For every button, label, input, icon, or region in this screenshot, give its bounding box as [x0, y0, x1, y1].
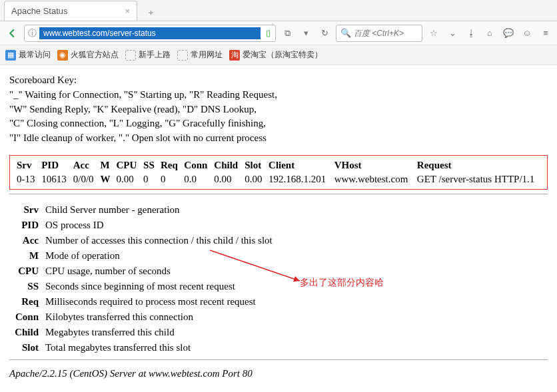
dropdown-icon[interactable]: ▾: [298, 26, 313, 41]
server-footer: Apache/2.2.15 (CentOS) Server at www.web…: [9, 368, 548, 379]
th-cpu: CPU: [113, 158, 141, 172]
th-ss: SS: [141, 158, 158, 172]
divider: [9, 359, 548, 360]
tab-apache-status[interactable]: Apache Status ×: [4, 1, 137, 21]
th-acc: Acc: [71, 158, 98, 172]
th-vhost: VHost: [332, 158, 414, 172]
cell-m: W: [97, 172, 113, 186]
cell-child: 0.00: [211, 172, 242, 186]
th-srv: Srv: [14, 158, 39, 172]
bookmark-label: 最常访问: [19, 49, 51, 61]
def-row: SrvChild Server number - generation: [9, 202, 548, 218]
th-req: Req: [158, 158, 181, 172]
divider: [9, 194, 548, 194]
search-box[interactable]: 🔍: [336, 25, 422, 42]
bookmark-label: 新手上路: [139, 49, 171, 61]
scoreboard-line: "W" Sending Reply, "K" Keepalive (read),…: [9, 102, 548, 117]
page-content: Scoreboard Key: "_" Waiting for Connecti…: [0, 65, 557, 387]
tab-bar: Apache Status × ＋: [0, 0, 557, 21]
scoreboard-line: "_" Waiting for Connection, "S" Starting…: [9, 88, 548, 102]
bookmark-taobao[interactable]: 淘 爱淘宝（原淘宝特卖）: [229, 49, 322, 61]
bookmark-firefox[interactable]: ◉ 火狐官方站点: [57, 49, 119, 61]
cell-cpu: 0.00: [113, 172, 141, 186]
reader-icon[interactable]: ⧉: [280, 26, 294, 41]
page-wrapper: Scoreboard Key: "_" Waiting for Connecti…: [0, 65, 557, 387]
annotation-text: 多出了这部分内容哈: [300, 277, 384, 289]
scoreboard-key: Scoreboard Key: "_" Waiting for Connecti…: [9, 73, 548, 146]
globe-icon: ⓘ: [25, 27, 39, 39]
th-slot: Slot: [242, 158, 266, 172]
def-row: SlotTotal megabytes transferred this slo…: [9, 340, 548, 355]
new-tab-button[interactable]: ＋: [141, 5, 160, 21]
scoreboard-line: "C" Closing connection, "L" Logging, "G"…: [9, 116, 548, 131]
dashed-icon: [177, 50, 188, 61]
status-table: Srv PID Acc M CPU SS Req Conn Child Slot…: [14, 158, 543, 186]
bookmark-common[interactable]: 常用网址: [177, 49, 223, 61]
th-conn: Conn: [181, 158, 211, 172]
shield-icon: ▯: [261, 28, 275, 38]
th-request: Request: [414, 158, 543, 172]
menu-icon[interactable]: ≡: [538, 26, 553, 41]
bookmark-star-icon[interactable]: ☆: [426, 26, 441, 41]
cell-request: GET /server-status HTTP/1.1: [414, 172, 543, 186]
tab-title: Apache Status: [11, 6, 68, 16]
def-row: ReqMilliseconds required to process most…: [9, 294, 548, 309]
table-row: 0-13 10613 0/0/0 W 0.00 0 0 0.0 0.00 0.0…: [14, 172, 543, 186]
most-visited-icon: ▦: [5, 50, 16, 61]
search-icon: 🔍: [340, 28, 351, 38]
url-box[interactable]: ⓘ www.webtest.com/server-status ▯: [24, 25, 276, 42]
chat-icon[interactable]: 💬: [501, 26, 516, 41]
def-row: ConnKilobytes transferred this connectio…: [9, 309, 548, 325]
bookmark-getting-started[interactable]: 新手上路: [125, 49, 171, 61]
def-row: CPUCPU usage, number of seconds: [9, 264, 548, 279]
firefox-icon: ◉: [57, 50, 68, 61]
cell-acc: 0/0/0: [71, 172, 98, 186]
table-header-row: Srv PID Acc M CPU SS Req Conn Child Slot…: [14, 158, 543, 172]
status-table-box: Srv PID Acc M CPU SS Req Conn Child Slot…: [9, 155, 548, 190]
bookmark-most-visited[interactable]: ▦ 最常访问: [5, 49, 51, 61]
search-input[interactable]: [354, 29, 418, 38]
cell-client: 192.168.1.201: [266, 172, 332, 186]
cell-slot: 0.00: [242, 172, 266, 186]
close-icon[interactable]: ×: [125, 6, 130, 16]
pocket-icon[interactable]: ⌄: [445, 26, 460, 41]
smile-icon[interactable]: ☺: [520, 26, 534, 41]
navigation-bar: ⓘ www.webtest.com/server-status ▯ ⧉ ▾ ↻ …: [0, 21, 557, 45]
back-button[interactable]: [4, 25, 20, 41]
bookmark-label: 常用网址: [191, 49, 223, 61]
cell-srv: 0-13: [14, 172, 39, 186]
def-row: AccNumber of accesses this connection / …: [9, 233, 548, 248]
def-row: ChildMegabytes transferred this child: [9, 325, 548, 340]
def-row: MMode of operation: [9, 248, 548, 264]
cell-vhost: www.webtest.com: [332, 172, 414, 186]
th-child: Child: [211, 158, 242, 172]
dashed-icon: [125, 50, 136, 61]
cell-ss: 0: [141, 172, 158, 186]
taobao-icon: 淘: [229, 50, 240, 61]
bookmark-label: 爱淘宝（原淘宝特卖）: [243, 49, 322, 61]
reload-button[interactable]: ↻: [317, 26, 332, 41]
cell-req: 0: [158, 172, 181, 186]
back-icon: [7, 29, 17, 38]
downloads-icon[interactable]: ⭳: [464, 26, 478, 41]
th-pid: PID: [39, 158, 71, 172]
cell-conn: 0.0: [181, 172, 211, 186]
url-text: www.webtest.com/server-status: [39, 27, 261, 39]
definitions: SrvChild Server number - generation PIDO…: [9, 202, 548, 355]
th-client: Client: [266, 158, 332, 172]
cell-pid: 10613: [39, 172, 71, 186]
scoreboard-title: Scoreboard Key:: [9, 73, 548, 88]
bookmarks-bar: ▦ 最常访问 ◉ 火狐官方站点 新手上路 常用网址 淘 爱淘宝（原淘宝特卖）: [0, 45, 557, 65]
scoreboard-line: "I" Idle cleanup of worker, "." Open slo…: [9, 131, 548, 146]
def-row: SSSeconds since beginning of most recent…: [9, 279, 548, 294]
home-icon[interactable]: ⌂: [482, 26, 497, 41]
def-row: PIDOS process ID: [9, 218, 548, 233]
th-m: M: [97, 158, 113, 172]
bookmark-label: 火狐官方站点: [71, 49, 119, 61]
